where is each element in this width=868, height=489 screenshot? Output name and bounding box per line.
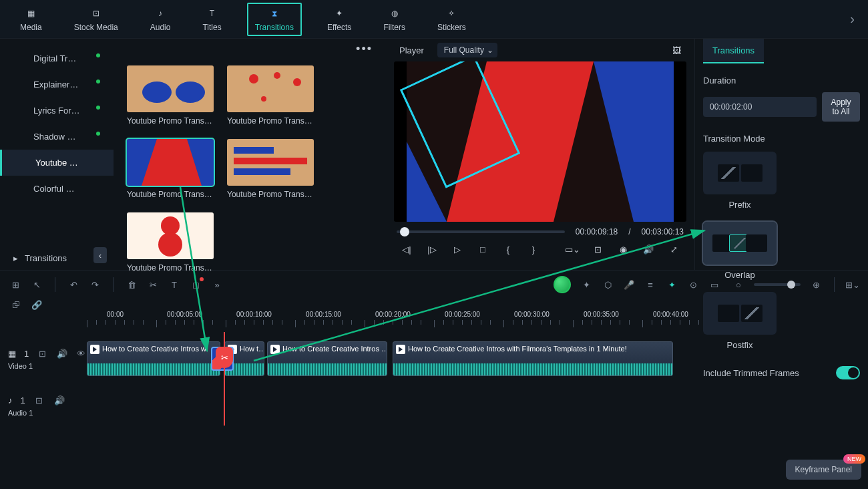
shield-icon[interactable]: ⬡ xyxy=(602,279,614,291)
grid-view-icon[interactable]: ⊞⌄ xyxy=(847,279,859,291)
mark-out-icon[interactable]: } xyxy=(527,243,539,255)
collapse-sidebar-button[interactable]: ‹ xyxy=(93,247,107,263)
track-count: 1 xyxy=(21,395,25,405)
record-icon[interactable]: ⊙ xyxy=(687,279,699,291)
transitions-icon: ⧗ xyxy=(268,7,281,20)
crop-icon[interactable]: ◻ xyxy=(190,279,202,291)
redo-icon[interactable]: ↷ xyxy=(89,279,101,291)
cut-icon[interactable]: ✂ xyxy=(147,279,159,291)
mic-icon[interactable]: 🎤 xyxy=(623,279,635,291)
video-clip[interactable]: How to Create Creative Intros … xyxy=(267,341,387,376)
clip-label: How to Create Creative Intros with Filmo… xyxy=(408,345,627,353)
transitions-tab[interactable]: Transitions xyxy=(703,39,764,63)
video-clip[interactable]: How to Create Creative Intros with Filmo… xyxy=(393,341,673,376)
duration-input[interactable] xyxy=(703,97,817,117)
prev-frame-icon[interactable]: ◁| xyxy=(401,243,413,255)
apply-to-all-button[interactable]: Apply to All xyxy=(822,92,860,122)
svg-point-0 xyxy=(142,82,172,103)
chevron-right-icon[interactable]: › xyxy=(850,11,855,27)
track-lock-icon[interactable]: ⊡ xyxy=(37,347,48,359)
waveform xyxy=(87,363,220,375)
sidebar-item-lyrics[interactable]: Lyrics For… xyxy=(0,98,114,124)
ruler-mark: 00:00:10:00 xyxy=(226,311,282,327)
sidebar-item-label: Shadow … xyxy=(33,132,76,142)
text-tool-icon[interactable]: T xyxy=(168,279,180,291)
zoom-out-icon[interactable]: ○ xyxy=(732,279,744,291)
thumbnail-image xyxy=(127,65,214,112)
thumbnail-image xyxy=(227,139,314,186)
thumbnail-label: Youtube Promo Transi… xyxy=(227,190,314,199)
play-icon[interactable]: ▷ xyxy=(451,243,463,255)
tab-stickers[interactable]: ✧ Stickers xyxy=(431,4,473,35)
display-icon[interactable]: ⊡ xyxy=(592,243,604,255)
tab-transitions[interactable]: ⧗ Transitions xyxy=(247,3,302,36)
zoom-slider[interactable] xyxy=(754,283,801,286)
ratio-icon[interactable]: ▭⌄ xyxy=(566,243,578,255)
ai-avatar-icon[interactable] xyxy=(554,276,571,293)
effects-icon: ✦ xyxy=(333,7,346,20)
video-track[interactable]: How to Create Creative Intros wi How t… … xyxy=(87,341,868,376)
fullscreen-icon[interactable]: ⤢ xyxy=(668,243,680,255)
more-tools-icon[interactable]: » xyxy=(211,279,223,291)
properties-panel: Transitions Duration Apply to All Transi… xyxy=(694,39,868,270)
caret-right-icon[interactable]: ▸ xyxy=(13,253,18,263)
video-clip[interactable]: How to Create Creative Intros wi xyxy=(87,341,220,376)
sidebar-item-youtube[interactable]: Youtube … xyxy=(0,150,114,176)
video-preview[interactable] xyxy=(394,61,686,222)
sidebar-group-label[interactable]: Transitions xyxy=(25,253,67,263)
tab-label: Effects xyxy=(327,23,351,32)
tab-filters[interactable]: ◍ Filters xyxy=(377,4,412,35)
playhead-handle[interactable]: ✂ xyxy=(216,347,233,368)
delete-icon[interactable]: 🗑 xyxy=(126,279,138,291)
player-scrubber[interactable] xyxy=(397,230,565,233)
mode-overlap[interactable] xyxy=(703,222,777,265)
frame-icon[interactable]: ▭ xyxy=(708,279,720,291)
track-mute-icon[interactable]: 🔊 xyxy=(53,394,65,406)
volume-icon[interactable]: 🔊 xyxy=(642,243,654,255)
undo-icon[interactable]: ↶ xyxy=(67,279,79,291)
duration-label: Duration xyxy=(703,75,860,86)
tab-media[interactable]: ▦ Media xyxy=(13,4,49,35)
sparkle-icon[interactable]: ✦ xyxy=(580,279,592,291)
clip-label: How t… xyxy=(240,345,264,353)
svg-point-12 xyxy=(161,216,180,235)
tab-titles[interactable]: T Titles xyxy=(196,4,228,35)
tab-effects[interactable]: ✦ Effects xyxy=(320,4,358,35)
transition-thumbnail[interactable]: Youtube Promo Transi… xyxy=(127,139,214,199)
transition-thumbnail[interactable]: Youtube Promo Transi… xyxy=(127,212,214,273)
copy-stack-icon[interactable]: ⮺ xyxy=(9,299,21,311)
transition-thumbnail[interactable]: Youtube Promo Transi… xyxy=(227,65,314,126)
keyframe-panel-button[interactable]: Keyframe Panel NEW xyxy=(786,460,861,480)
sidebar-item-explainer[interactable]: Explainer… xyxy=(0,71,114,98)
mark-in-icon[interactable]: { xyxy=(502,243,514,255)
zoom-in-icon[interactable]: ⊕ xyxy=(810,279,822,291)
svg-point-1 xyxy=(176,82,205,103)
marker-icon[interactable]: ✦ xyxy=(666,279,678,291)
stop-icon[interactable]: □ xyxy=(477,243,489,255)
more-options-icon[interactable]: ••• xyxy=(356,42,373,56)
tab-label: Transitions xyxy=(255,23,294,32)
track-visibility-icon[interactable]: 👁 xyxy=(75,347,87,359)
next-frame-icon[interactable]: |▷ xyxy=(426,243,438,255)
list-icon[interactable]: ≡ xyxy=(644,279,656,291)
playhead[interactable]: ✂ xyxy=(224,332,225,426)
select-tool-icon[interactable]: ↖ xyxy=(31,279,43,291)
tab-stock-media[interactable]: ⊡ Stock Media xyxy=(67,4,125,35)
track-mute-icon[interactable]: 🔊 xyxy=(56,347,67,359)
scrubber-thumb[interactable] xyxy=(400,227,409,236)
mode-prefix[interactable] xyxy=(703,152,777,194)
sidebar-item-digital[interactable]: Digital Tr… xyxy=(0,45,114,71)
track-lock-icon[interactable]: ⊡ xyxy=(33,394,45,406)
sidebar-item-shadow[interactable]: Shadow … xyxy=(0,124,114,150)
transition-thumbnail[interactable]: Youtube Promo Transi… xyxy=(227,139,314,199)
tab-audio[interactable]: ♪ Audio xyxy=(144,4,178,35)
timeline-ruler[interactable]: 00:0000:00:05:0000:00:10:0000:00:15:0000… xyxy=(0,311,868,332)
transition-thumbnail[interactable]: Youtube Promo Transi… xyxy=(127,65,214,126)
camera-icon[interactable]: ◉ xyxy=(617,243,629,255)
quality-dropdown[interactable]: Full Quality xyxy=(437,43,497,57)
layout-icon[interactable]: ⊞ xyxy=(9,279,21,291)
sidebar-item-colorful[interactable]: Colorful … xyxy=(0,176,114,202)
audio-track[interactable] xyxy=(87,388,868,423)
link-icon[interactable]: 🔗 xyxy=(31,299,43,311)
snapshot-icon[interactable]: 🖼 xyxy=(672,45,681,55)
